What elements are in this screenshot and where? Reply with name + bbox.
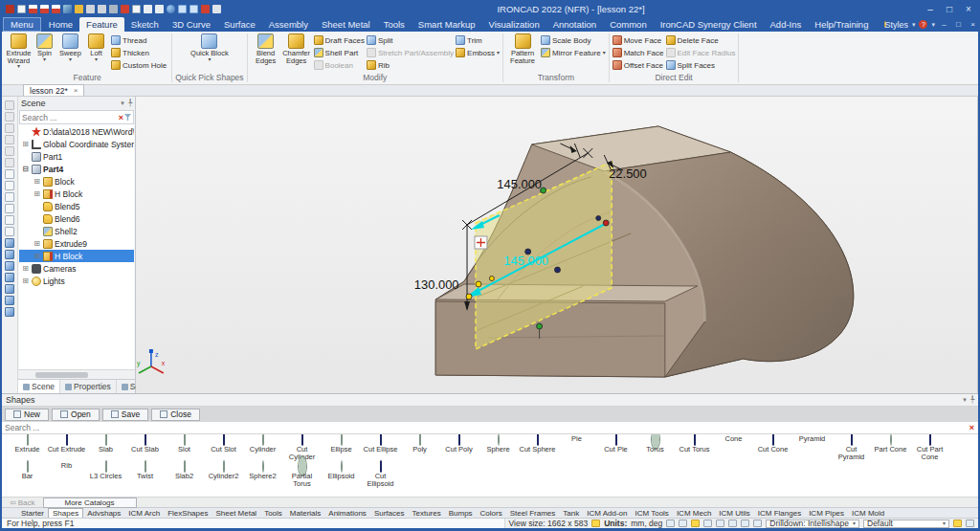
close-button[interactable]: × [959, 4, 978, 14]
side-tool-icon[interactable] [5, 100, 14, 110]
catalog-search-input[interactable] [5, 423, 969, 432]
expand-toggle[interactable]: ⊞ [33, 252, 41, 260]
tree-item[interactable]: ⊟ Part4 [19, 163, 134, 175]
catalog-tab[interactable]: Surfaces [370, 508, 409, 518]
clear-search-icon[interactable]: × [118, 113, 124, 122]
quickbar-icon[interactable] [155, 5, 164, 13]
more-catalogs-button[interactable]: More Catalogs [43, 498, 137, 508]
quickbar-icon[interactable] [86, 5, 95, 13]
catalog-shape-item[interactable]: Cut Cone [753, 434, 792, 461]
pin-icon[interactable]: ╄ [128, 100, 132, 107]
side-tool-icon[interactable] [5, 123, 14, 133]
camera-icon[interactable] [741, 520, 749, 527]
menu-tab[interactable]: Help/Training [808, 17, 875, 32]
ribbon-button[interactable]: Chamfer Edges [281, 33, 312, 73]
catalog-tab[interactable]: Textures [408, 508, 444, 518]
quickbar-icon[interactable] [6, 5, 14, 13]
tree-item[interactable]: ⊞ Cameras [19, 262, 134, 275]
side-tool-icon[interactable] [5, 307, 14, 317]
catalog-tab[interactable]: ICM Mech [673, 508, 715, 518]
catalog-shape-item[interactable]: Cut Torus [675, 434, 714, 461]
ribbon-button[interactable]: Edit Face Radius [666, 47, 736, 58]
quickbar-icon[interactable] [75, 5, 83, 13]
panel-tab[interactable]: Scene [18, 380, 60, 393]
ribbon-button[interactable]: Custom Hole [111, 59, 168, 71]
ribbon-button[interactable]: Quick Block▾ [190, 33, 229, 73]
catalog-tab[interactable]: FlexShapes [164, 508, 212, 518]
document-tab[interactable]: lesson 22* × [23, 84, 84, 96]
side-tool-icon[interactable] [5, 284, 14, 294]
quickbar-icon[interactable] [212, 5, 221, 13]
catalog-toolbar-button[interactable]: Save [102, 409, 148, 421]
catalog-shape-item[interactable]: Extrude [8, 434, 47, 461]
ribbon-button[interactable]: Trim [456, 34, 500, 46]
viewport-3d[interactable]: 145.000 22.500 130.000 145.000 [136, 97, 978, 393]
catalog-shape-item[interactable]: Slot [165, 434, 204, 461]
side-tool-icon[interactable] [5, 227, 14, 236]
tree-item[interactable]: ⊞ Extrude9 [19, 237, 134, 250]
select-tool-icon[interactable] [753, 520, 762, 527]
expand-toggle[interactable]: ⊞ [21, 140, 30, 148]
side-tool-icon[interactable] [5, 158, 14, 167]
mdi-minimize-button[interactable]: – [939, 20, 949, 29]
catalog-shape-item[interactable]: Cut Slab [125, 434, 165, 461]
ribbon-button[interactable]: Scale Body [541, 34, 606, 46]
ribbon-button[interactable]: Pattern Feature [506, 33, 539, 73]
pin-icon[interactable]: ╄ [970, 396, 974, 404]
ribbon-button[interactable]: Delete Face [666, 34, 736, 46]
catalog-toolbar-button[interactable]: Open [52, 409, 100, 421]
catalog-shape-item[interactable]: Rib [47, 461, 86, 488]
quickbar-icon[interactable] [167, 5, 175, 13]
catalog-shape-item[interactable]: Cut Pyramid [832, 434, 871, 461]
appearance-dropdown[interactable]: Default▾ [863, 520, 949, 528]
tree-item[interactable]: ⊞ H Block [19, 250, 134, 262]
catalog-back-button[interactable]: ⇦ Back [2, 498, 43, 507]
quickbar-icon[interactable] [17, 5, 26, 13]
catalog-tab[interactable]: Advshaps [83, 508, 124, 518]
side-tool-icon[interactable] [5, 296, 14, 305]
styles-dropdown[interactable]: Styles [884, 20, 908, 30]
mdi-restore-button[interactable]: □ [953, 20, 964, 29]
expand-toggle[interactable]: ⊞ [21, 277, 30, 285]
menu-tab[interactable]: Annotation [546, 17, 603, 32]
mdi-close-button[interactable]: × [968, 20, 978, 29]
catalog-tab[interactable]: Animations [324, 508, 370, 518]
menu-tab[interactable]: Smart Markup [412, 17, 482, 32]
catalog-shape-item[interactable]: Cut Sphere [518, 434, 557, 461]
quickbar-icon[interactable] [98, 5, 106, 13]
catalog-shape-item[interactable]: Ellipse [322, 434, 361, 461]
quickbar-icon[interactable] [144, 5, 152, 13]
quickbar-icon[interactable] [52, 5, 60, 13]
tree-item[interactable]: ⊞ H Block [19, 188, 134, 200]
dimension-label[interactable]: 145.000 [497, 177, 542, 191]
tree-item[interactable]: Part1 [19, 150, 134, 163]
drilldown-dropdown[interactable]: Drilldown: Intellishape▾ [766, 520, 859, 528]
side-tool-icon[interactable] [5, 273, 14, 282]
catalog-tab[interactable]: Bumps [445, 508, 477, 518]
ribbon-button[interactable]: Split Faces [666, 59, 736, 71]
side-tool-icon[interactable] [5, 112, 14, 122]
side-tool-icon[interactable] [5, 204, 14, 213]
ribbon-button[interactable]: Match Face [612, 47, 664, 58]
catalog-shape-item[interactable]: Cut Slot [204, 434, 243, 461]
tree-item[interactable]: ⊞ Lights [19, 275, 134, 287]
catalog-toolbar-button[interactable]: Close [151, 409, 200, 421]
catalog-shape-item[interactable]: Cut Part Cone [910, 434, 949, 461]
catalog-shape-item[interactable]: Cylinder [243, 434, 282, 461]
menu-tab[interactable]: Common [603, 17, 654, 32]
render-settings-icon[interactable] [953, 520, 962, 527]
menu-tab[interactable]: Visualization [482, 17, 546, 32]
side-tool-icon[interactable] [5, 169, 14, 179]
menu-tab[interactable]: IronCAD Synergy Client [654, 17, 764, 32]
catalog-shape-item[interactable]: Cylinder2 [204, 461, 243, 488]
ribbon-button[interactable]: Emboss▾ [456, 47, 500, 58]
ribbon-button[interactable]: Extrude Wizard▾ [6, 33, 32, 73]
catalog-toolbar-button[interactable]: New [5, 409, 49, 421]
side-tool-icon[interactable] [5, 181, 14, 190]
ribbon-button[interactable]: Spin▾ [32, 33, 57, 73]
side-tool-icon[interactable] [5, 238, 14, 248]
ribbon-button[interactable]: Loft▾ [83, 33, 109, 73]
catalog-tab[interactable]: Sheet Metal [212, 508, 260, 518]
catalog-shape-item[interactable]: Bar [8, 461, 47, 488]
ribbon-button[interactable]: Sweep▾ [57, 33, 83, 73]
